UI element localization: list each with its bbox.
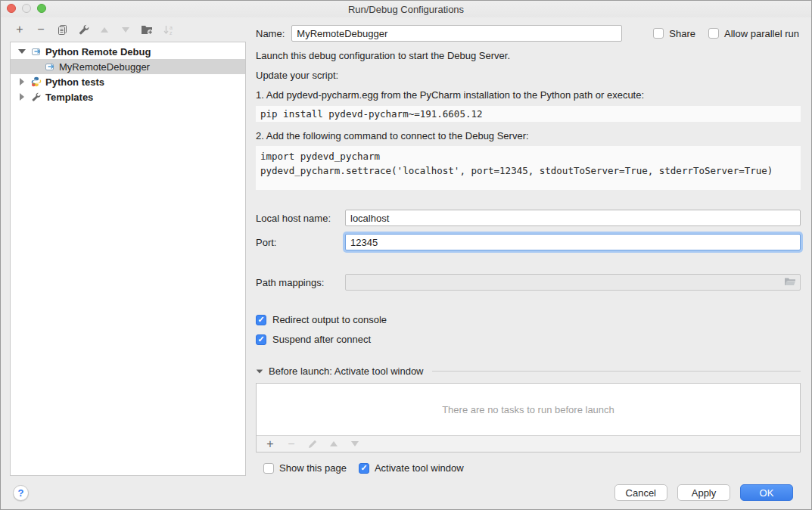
host-label: Local host name: [256, 213, 345, 224]
add-task-icon[interactable]: + [264, 438, 276, 450]
section-rule [432, 371, 801, 372]
host-row: Local host name: [256, 210, 801, 226]
configuration-editor: Name: Share Allow parallel run Launch th… [256, 17, 801, 474]
show-this-page-label: Show this page [279, 462, 347, 474]
configurations-tree: Python Remote Debug MyRemoteDebugger Pyt… [10, 42, 246, 476]
tree-item-myremotedebugger[interactable]: MyRemoteDebugger [11, 59, 245, 74]
close-window-button[interactable] [7, 4, 16, 13]
update-script-text: Update your script: [256, 70, 801, 81]
tree-toolbar: + − az [1, 17, 256, 42]
page-options-row: Show this page Activate tool window [256, 462, 801, 474]
port-label: Port: [256, 237, 345, 248]
before-launch-title: Before launch: Activate tool window [269, 365, 424, 377]
edit-task-pencil-icon [306, 438, 319, 450]
tree-item-label: Python Remote Debug [45, 46, 151, 58]
step2-text: 2. Add the following command to connect … [256, 130, 801, 141]
move-down-icon [120, 23, 132, 36]
edit-defaults-wrench-icon[interactable] [77, 23, 89, 36]
path-mappings-row: Path mappings: [256, 274, 801, 291]
copy-configuration-icon[interactable] [56, 23, 68, 36]
code-line-2: pydevd_pycharm.settrace('localhost', por… [260, 165, 773, 176]
move-up-icon [98, 23, 110, 36]
help-button[interactable]: ? [13, 485, 29, 501]
collapse-arrow-icon[interactable] [17, 78, 26, 86]
configurations-sidebar: + − az Python Remote Debu [1, 17, 256, 509]
python-tests-icon [30, 76, 42, 87]
show-this-page-checkbox[interactable] [263, 463, 274, 474]
tree-item-label: Python tests [45, 76, 104, 88]
allow-parallel-run-checkbox[interactable] [708, 28, 719, 39]
share-checkbox-wrap: Share [653, 28, 695, 39]
allow-parallel-run-label: Allow parallel run [724, 28, 799, 39]
tree-item-python-tests[interactable]: Python tests [11, 74, 245, 89]
name-row: Name: Share Allow parallel run [256, 25, 801, 42]
ok-button[interactable]: OK [740, 484, 793, 501]
section-collapse-arrow-icon[interactable] [257, 369, 263, 373]
settrace-code-block: import pydevd_pycharm pydevd_pycharm.set… [256, 146, 801, 190]
tree-item-label: Templates [45, 92, 93, 103]
pip-install-command: pip install pydevd-pycharm~=191.6605.12 [256, 106, 801, 122]
share-label: Share [669, 28, 695, 39]
cancel-button[interactable]: Cancel [614, 484, 667, 501]
tree-item-python-remote-debug[interactable]: Python Remote Debug [11, 44, 245, 59]
path-mappings-label: Path mappings: [256, 277, 345, 288]
path-mappings-field[interactable] [345, 274, 801, 291]
browse-folder-icon[interactable] [784, 277, 796, 289]
window-title: Run/Debug Configurations [348, 4, 464, 15]
before-launch-header[interactable]: Before launch: Activate tool window [256, 365, 801, 377]
titlebar: Run/Debug Configurations [1, 1, 811, 17]
tree-item-label: MyRemoteDebugger [59, 61, 150, 73]
port-row: Port: [256, 234, 801, 250]
tree-item-templates[interactable]: Templates [11, 89, 245, 104]
minimize-window-button [22, 4, 31, 13]
run-debug-configurations-dialog: Run/Debug Configurations + − az [0, 0, 812, 510]
new-folder-icon[interactable] [141, 23, 153, 36]
allow-parallel-checkbox-wrap: Allow parallel run [708, 28, 799, 39]
redirect-output-label: Redirect output to console [272, 314, 387, 325]
templates-wrench-icon [30, 92, 42, 102]
collapse-arrow-icon[interactable] [17, 93, 26, 101]
expand-arrow-icon[interactable] [17, 49, 26, 54]
traffic-lights [7, 4, 46, 13]
redirect-output-checkbox[interactable] [256, 315, 266, 325]
suspend-after-connect-label: Suspend after connect [272, 334, 371, 345]
remote-debug-icon [30, 46, 42, 57]
apply-button[interactable]: Apply [677, 484, 730, 501]
show-this-page-wrap: Show this page [263, 462, 347, 474]
before-launch-toolbar: + − [257, 435, 800, 452]
before-launch-panel: There are no tasks to run before launch … [256, 383, 801, 452]
activate-tool-window-label: Activate tool window [375, 462, 464, 474]
suspend-after-connect-row: Suspend after connect [256, 334, 801, 345]
remove-task-icon: − [285, 438, 297, 450]
code-line-1: import pydevd_pycharm [260, 151, 380, 162]
remote-debug-icon [44, 61, 55, 72]
zoom-window-button[interactable] [37, 4, 46, 13]
dialog-footer: ? Cancel Apply OK [1, 476, 811, 509]
before-launch-empty-text: There are no tasks to run before launch [257, 384, 800, 435]
local-host-name-input[interactable] [345, 210, 801, 226]
remove-configuration-icon[interactable]: − [35, 23, 47, 36]
port-input[interactable] [345, 234, 801, 250]
suspend-after-connect-checkbox[interactable] [256, 334, 266, 345]
share-checkbox[interactable] [653, 28, 664, 39]
name-label: Name: [256, 28, 285, 39]
activate-tool-window-checkbox[interactable] [359, 463, 369, 474]
activate-tool-window-wrap: Activate tool window [359, 462, 464, 474]
intro-text: Launch this debug configuration to start… [256, 50, 801, 61]
step1-text: 1. Add pydevd-pycharm.egg from the PyCha… [256, 89, 801, 101]
sort-alphabetically-icon: az [162, 23, 174, 36]
add-configuration-icon[interactable]: + [14, 23, 26, 36]
move-task-down-icon [349, 438, 361, 450]
svg-text:a: a [170, 24, 173, 30]
move-task-up-icon [328, 438, 340, 450]
name-input[interactable] [291, 25, 622, 42]
svg-text:z: z [170, 30, 173, 36]
redirect-output-row: Redirect output to console [256, 314, 801, 325]
